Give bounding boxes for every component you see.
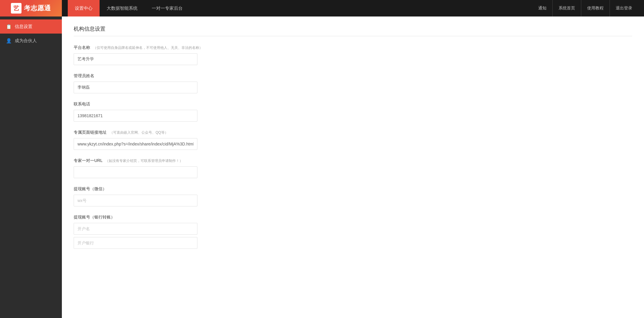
nav-items: 设置中心 大数据智能系统 一对一专家后台	[62, 0, 532, 16]
platform-name-note: （仅可使用自身品牌名或延伸名，不可使用他人、无关、非法的名称）	[93, 46, 203, 50]
platform-name-label: 平台名称 （仅可使用自身品牌名或延伸名，不可使用他人、无关、非法的名称）	[74, 45, 632, 50]
nav-notice[interactable]: 通知	[532, 0, 552, 16]
admin-name-input[interactable]	[74, 82, 197, 93]
become-partner-icon: 👤	[6, 38, 12, 44]
sidebar: 📋 信息设置 👤 成为合伙人	[0, 16, 62, 318]
logo[interactable]: 艺 考志愿通	[0, 0, 62, 16]
info-settings-icon: 📋	[6, 24, 12, 29]
top-navigation: 艺 考志愿通 设置中心 大数据智能系统 一对一专家后台 通知 系统首页 使用教程…	[0, 0, 644, 16]
admin-name-label: 管理员姓名	[74, 73, 632, 79]
nav-tutorial[interactable]: 使用教程	[581, 0, 610, 16]
expert-url-note: （如没有专家介绍页，可联系管理员申请制作！）	[105, 159, 183, 163]
phone-input[interactable]	[74, 110, 197, 122]
form-section-phone: 联系电话	[74, 102, 632, 122]
sidebar-item-info-settings[interactable]: 📋 信息设置	[0, 19, 62, 34]
nav-item-bigdata[interactable]: 大数据智能系统	[100, 0, 145, 16]
expert-url-label: 专家一对一URL （如没有专家介绍页，可联系管理员申请制作！）	[74, 158, 632, 163]
wechat-account-label: 提现账号（微信）	[74, 186, 632, 192]
phone-label: 联系电话	[74, 102, 632, 107]
page-url-note: （可直由嵌入官网、公众号、QQ等）	[110, 130, 168, 135]
main-layout: 📋 信息设置 👤 成为合伙人 机构信息设置 平台名称 （仅可使用自身品牌名或延伸…	[0, 16, 644, 318]
form-section-page-url: 专属页面链接地址 （可直由嵌入官网、公众号、QQ等）	[74, 130, 632, 150]
page-url-label: 专属页面链接地址 （可直由嵌入官网、公众号、QQ等）	[74, 130, 632, 135]
nav-home[interactable]: 系统首页	[552, 0, 581, 16]
platform-name-input[interactable]	[74, 53, 197, 65]
form-section-platform-name: 平台名称 （仅可使用自身品牌名或延伸名，不可使用他人、无关、非法的名称）	[74, 45, 632, 65]
sidebar-item-become-partner-label: 成为合伙人	[15, 38, 37, 44]
nav-item-settings[interactable]: 设置中心	[68, 0, 100, 16]
bank-account-name-input[interactable]	[74, 223, 197, 235]
nav-item-expert[interactable]: 一对一专家后台	[145, 0, 190, 16]
wechat-account-input[interactable]	[74, 195, 197, 206]
form-section-admin-name: 管理员姓名	[74, 73, 632, 93]
sidebar-item-become-partner[interactable]: 👤 成为合伙人	[0, 34, 62, 48]
form-section-expert-url: 专家一对一URL （如没有专家介绍页，可联系管理员申请制作！）	[74, 158, 632, 178]
form-section-bank-account: 提现账号（银行转账）	[74, 215, 632, 249]
page-title: 机构信息设置	[74, 25, 632, 36]
form-section-wechat-account: 提现账号（微信）	[74, 186, 632, 206]
nav-right: 通知 系统首页 使用教程 退出登录	[532, 0, 644, 16]
page-url-input[interactable]	[74, 138, 197, 150]
sidebar-item-info-settings-label: 信息设置	[15, 24, 32, 29]
nav-logout[interactable]: 退出登录	[610, 0, 638, 16]
bank-account-label: 提现账号（银行转账）	[74, 215, 632, 220]
logo-icon: 艺	[11, 3, 22, 14]
logo-text: 考志愿通	[24, 4, 51, 13]
content-area: 机构信息设置 平台名称 （仅可使用自身品牌名或延伸名，不可使用他人、无关、非法的…	[62, 16, 644, 318]
bank-name-input[interactable]	[74, 237, 197, 249]
expert-url-input[interactable]	[74, 166, 197, 178]
